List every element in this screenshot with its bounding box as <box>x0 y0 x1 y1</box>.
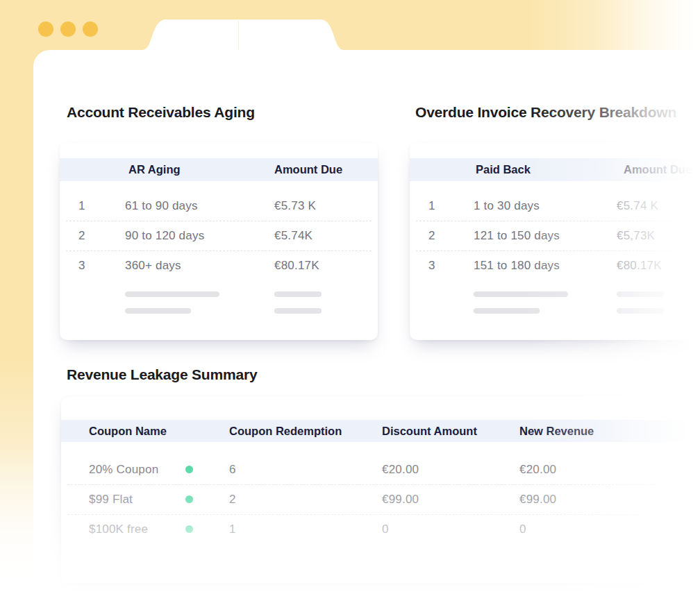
status-dot-icon <box>185 495 193 503</box>
column-header: Coupon Name <box>89 425 185 438</box>
skeleton-rows <box>410 286 700 319</box>
skeleton-row <box>410 303 700 319</box>
aging-bucket-label: 360+ days <box>125 259 274 273</box>
ar-aging-table-card: AR Aging Amount Due 1 61 to 90 days €5.7… <box>60 143 378 340</box>
section-title-revenue-leakage: Revenue Leakage Summary <box>67 365 257 384</box>
table-row: $99 Flat 2 €99.00 €99.00 <box>61 485 700 514</box>
table-row: $100K free 1 0 0 <box>61 515 700 544</box>
discount-amount-value: €99.00 <box>382 493 519 507</box>
table-body: 1 61 to 90 days €5.73 K 2 90 to 120 days… <box>60 192 378 280</box>
table-header-row: Paid Back Amount Due <box>410 158 700 181</box>
traffic-light-dot-icon <box>60 22 76 37</box>
coupon-redemption-value: 6 <box>229 463 382 477</box>
traffic-light-dot-icon <box>83 22 98 37</box>
row-index: 2 <box>428 229 474 243</box>
table-row: 2 90 to 120 days €5.74K <box>60 221 378 251</box>
aging-bucket-label: 90 to 120 days <box>125 229 274 243</box>
table-header-row: Coupon Name Coupon Redemption Discount A… <box>61 420 700 442</box>
skeleton-bar <box>474 308 540 314</box>
table-header-row: AR Aging Amount Due <box>60 158 378 181</box>
paid-back-bucket-label: 121 to 150 days <box>474 229 617 243</box>
column-header: Coupon Redemption <box>229 425 382 438</box>
table-row: 1 61 to 90 days €5.73 K <box>60 192 378 221</box>
status-dot-icon <box>185 466 193 473</box>
skeleton-bar <box>125 291 219 297</box>
skeleton-bar <box>274 291 322 297</box>
skeleton-row <box>60 286 378 303</box>
status-dot-icon <box>185 525 193 533</box>
skeleton-row <box>410 286 700 303</box>
skeleton-bar <box>617 291 664 297</box>
new-revenue-value: €20.00 <box>519 463 700 477</box>
tab-seam-divider <box>238 21 239 50</box>
new-revenue-value: 0 <box>519 523 700 536</box>
table-row: 3 360+ days €80.17K <box>60 251 378 280</box>
skeleton-bar <box>617 308 664 314</box>
paid-back-bucket-label: 151 to 180 days <box>474 259 617 273</box>
coupon-name: $100K free <box>89 523 185 536</box>
row-index: 3 <box>428 259 474 273</box>
skeleton-rows <box>60 286 378 319</box>
column-header: AR Aging <box>128 158 181 181</box>
column-header: Discount Amount <box>382 425 519 438</box>
amount-due-value: €80.17K <box>274 259 378 273</box>
skeleton-bar <box>125 308 191 314</box>
coupon-redemption-value: 2 <box>229 493 382 507</box>
paid-back-bucket-label: 1 to 30 days <box>474 199 617 213</box>
discount-amount-value: 0 <box>382 523 519 536</box>
row-index: 2 <box>78 229 125 243</box>
coupon-name: 20% Coupon <box>89 463 185 477</box>
column-header: Paid Back <box>476 158 531 181</box>
row-index: 1 <box>428 199 474 213</box>
skeleton-bar <box>474 291 568 297</box>
column-header: New Revenue <box>519 425 700 438</box>
coupon-redemption-value: 1 <box>229 523 382 536</box>
discount-amount-value: €20.00 <box>382 463 519 477</box>
column-header: Amount Due <box>274 158 342 181</box>
amount-due-value: €5.74K <box>274 229 378 243</box>
table-row: 20% Coupon 6 €20.00 €20.00 <box>61 455 700 484</box>
aging-bucket-label: 61 to 90 days <box>125 199 274 213</box>
table-row: 1 1 to 30 days €5.74 K <box>410 192 700 221</box>
row-index: 1 <box>78 199 125 213</box>
overdue-recovery-table-card: Paid Back Amount Due 1 1 to 30 days €5.7… <box>410 143 700 340</box>
amount-due-value: €5,73K <box>617 229 700 243</box>
table-body: 20% Coupon 6 €20.00 €20.00 $99 Flat 2 €9… <box>61 455 700 544</box>
row-index: 3 <box>78 259 125 273</box>
browser-window: Account Receivables Aging Overdue Invoic… <box>33 50 700 594</box>
table-row: 2 121 to 150 days €5,73K <box>410 221 700 251</box>
new-revenue-value: €99.00 <box>519 493 700 507</box>
illustration-canvas: Account Receivables Aging Overdue Invoic… <box>0 0 700 594</box>
table-body: 1 1 to 30 days €5.74 K 2 121 to 150 days… <box>410 192 700 280</box>
coupon-name: $99 Flat <box>89 493 185 507</box>
amount-due-value: €5.73 K <box>274 199 378 213</box>
section-title-account-receivables: Account Receivables Aging <box>67 103 255 122</box>
amount-due-value: €80.17K <box>617 259 700 273</box>
table-row: 3 151 to 180 days €80.17K <box>410 251 700 280</box>
traffic-light-dot-icon <box>38 22 53 37</box>
section-title-overdue-recovery: Overdue Invoice Recovery Breakdown <box>415 103 676 122</box>
skeleton-row <box>60 303 378 319</box>
column-header: Amount Due <box>624 158 692 181</box>
amount-due-value: €5.74 K <box>617 199 700 213</box>
revenue-leakage-table-card: Coupon Name Coupon Redemption Discount A… <box>61 397 700 583</box>
skeleton-bar <box>274 308 322 314</box>
browser-tab <box>142 19 344 50</box>
